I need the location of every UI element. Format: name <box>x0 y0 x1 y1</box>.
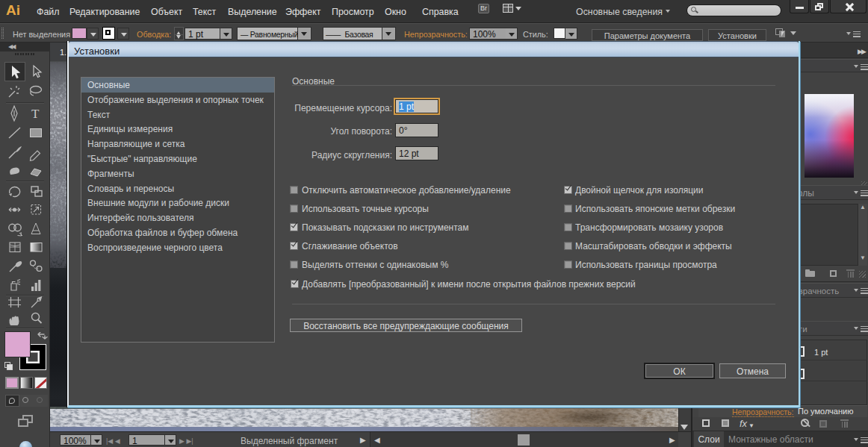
svg-text:T: T <box>31 107 40 121</box>
